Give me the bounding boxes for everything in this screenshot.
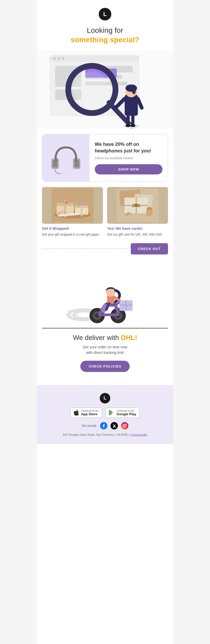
svg-rect-30 xyxy=(75,157,77,162)
svg-line-74 xyxy=(116,302,119,305)
gift-wrap-title: Get it Wrapped! xyxy=(42,226,103,231)
app-store-name: App Store xyxy=(81,412,99,416)
social-row: Go social: xyxy=(42,422,168,429)
two-column-cards: Get it Wrapped! Get your gift wrapped in… xyxy=(42,187,168,237)
gift-card-image xyxy=(107,187,168,224)
footer-logo: L xyxy=(100,393,110,403)
instagram-icon xyxy=(123,424,127,428)
headphone-promo-title: We have 20% off on headphones just for y… xyxy=(95,141,162,154)
gift-card-promo: Yes! We have cards! Get our gift card fo… xyxy=(107,187,168,237)
headphone-promo-subtitle: Check out available models xyxy=(95,156,162,160)
gift-wrap-desc: Get your gift wrapped in a cute gift pap… xyxy=(42,232,103,237)
delivery-illustration xyxy=(42,273,168,325)
svg-point-89 xyxy=(125,424,126,425)
app-store-button[interactable]: Download on the App Store xyxy=(70,408,102,418)
logo: L xyxy=(99,8,111,20)
x-twitter-button[interactable] xyxy=(111,422,118,429)
svg-rect-19 xyxy=(125,95,138,116)
gift-wrap-card: Get it Wrapped! Get your gift wrapped in… xyxy=(42,187,103,237)
social-label: Go social: xyxy=(82,424,97,428)
footer-address: 567 Douglas Dairy Road, San Francisco, C… xyxy=(42,433,168,436)
hero-illustration xyxy=(37,50,173,129)
headphone-card: We have 20% off on headphones just for y… xyxy=(42,134,168,182)
promo-section: We have 20% off on headphones just for y… xyxy=(37,129,173,268)
svg-point-13 xyxy=(74,72,110,107)
svg-point-3 xyxy=(57,57,60,60)
google-play-icon xyxy=(109,409,114,416)
google-play-button[interactable]: Download on the Google Play xyxy=(105,408,140,418)
facebook-button[interactable] xyxy=(100,422,107,429)
svg-point-40 xyxy=(61,211,63,213)
delivery-divider xyxy=(42,328,168,328)
svg-point-18 xyxy=(130,124,135,127)
headline: Looking for something special? xyxy=(42,26,168,45)
gift-wrap-image xyxy=(42,187,103,224)
svg-point-61 xyxy=(147,207,149,210)
apple-icon xyxy=(74,409,79,416)
shop-now-button[interactable]: SHOP NOW xyxy=(95,164,162,174)
checkout-row: CHECK OUT xyxy=(42,243,168,254)
facebook-icon xyxy=(102,424,106,428)
svg-point-88 xyxy=(124,425,125,427)
google-play-download-label: Download on the xyxy=(117,409,136,412)
header: L Looking for something special? xyxy=(37,0,173,50)
dashed-divider xyxy=(42,248,127,249)
headphone-image xyxy=(42,134,90,182)
delivery-title: We deliver with DHL! xyxy=(42,334,168,342)
checkout-button[interactable]: CHECK OUT xyxy=(131,243,168,254)
app-store-download-label: Download on the xyxy=(81,409,99,412)
gift-card-title: Yes! We have cards! xyxy=(107,226,168,231)
svg-point-62 xyxy=(149,207,152,210)
instagram-button[interactable] xyxy=(121,422,128,429)
delivery-subtitle: Get your order on time nowwith direct tr… xyxy=(42,344,168,355)
svg-point-17 xyxy=(125,124,131,127)
unsubscribe-link[interactable]: Unsubscribe xyxy=(131,433,147,436)
x-twitter-icon xyxy=(112,424,116,428)
svg-point-56 xyxy=(135,204,138,207)
svg-point-39 xyxy=(58,212,61,215)
svg-point-38 xyxy=(65,201,68,204)
footer: L Download on the App Store xyxy=(37,385,173,444)
svg-point-41 xyxy=(64,211,66,214)
svg-rect-29 xyxy=(55,157,57,162)
gift-card-desc: Get our gift card for 100, 200, 500 USD. xyxy=(107,232,168,237)
delivery-section: We deliver with DHL! Get your order on t… xyxy=(37,268,173,385)
app-download-buttons: Download on the App Store Download on th… xyxy=(42,408,168,418)
headphone-promo-text: We have 20% off on headphones just for y… xyxy=(90,134,168,182)
svg-point-2 xyxy=(53,57,56,60)
google-play-name: Google Play xyxy=(117,412,136,416)
svg-point-24 xyxy=(132,85,136,94)
check-policies-button[interactable]: CHECK POLICIES xyxy=(80,361,130,372)
svg-point-4 xyxy=(62,57,64,60)
